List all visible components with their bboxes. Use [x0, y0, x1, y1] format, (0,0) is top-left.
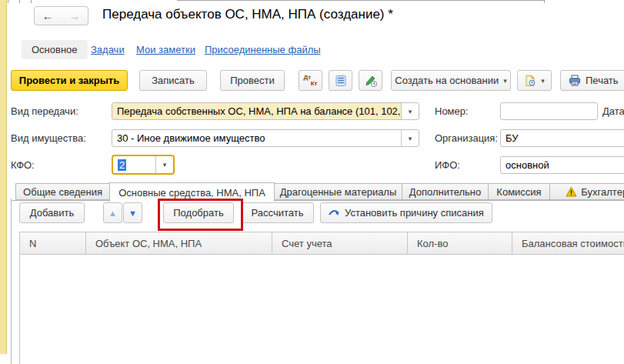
arrow-down-icon: ▼ [128, 209, 137, 218]
tab-label: Дополнительно [409, 186, 482, 198]
property-kind-field[interactable]: 30 - Иное движимое имущество ▾ [112, 129, 419, 147]
print-button[interactable]: Печать [560, 70, 624, 91]
background-artifact [8, 0, 8, 3]
printer-icon [569, 75, 581, 86]
chevron-down-icon: ▾ [503, 77, 507, 85]
print-label: Печать [586, 75, 619, 86]
tab-label: Бухгалтерс [581, 186, 624, 198]
column-header-object[interactable]: Объект ОС, НМА, НПА [86, 232, 272, 254]
move-up-button[interactable]: ▲ [103, 202, 122, 223]
ifo-input[interactable] [500, 156, 624, 174]
tab-precious-materials[interactable]: Драгоценные материалы [274, 183, 402, 200]
debit-credit-button[interactable]: Дт Кт [299, 70, 322, 91]
transfer-kind-field[interactable]: Передача собственных ОС, НМА, НПА на бал… [112, 102, 419, 120]
add-label: Добавить [30, 207, 74, 219]
forward-arrow-icon: → [68, 9, 80, 22]
post-and-close-label: Провести и закрыть [19, 75, 119, 86]
back-arrow-icon: ← [42, 9, 54, 22]
credit-label: Кт [311, 81, 318, 87]
background-artifact [177, 0, 545, 1]
tab-label: Комиссия [496, 186, 541, 198]
background-artifact [19, 0, 20, 3]
column-header-n[interactable]: N [20, 232, 86, 254]
pick-label: Подобрать [173, 207, 223, 219]
curved-arrow-icon [328, 208, 340, 218]
property-kind-dropdown[interactable]: ▾ [401, 130, 419, 146]
number-label: Номер: [435, 105, 469, 117]
ifo-label: ИФО: [435, 159, 460, 171]
transfer-kind-value: Передача собственных ОС, НМА, НПА на бал… [112, 105, 401, 117]
tab-strip-border [11, 200, 624, 201]
warning-icon [566, 186, 577, 197]
tab-main-label: Основное [32, 44, 78, 55]
arrow-up-icon: ▲ [108, 209, 117, 218]
pencil-clock-icon [364, 74, 378, 88]
tab-additional[interactable]: Дополнительно [402, 183, 489, 200]
chevron-down-icon: ▾ [163, 161, 167, 169]
property-kind-value: 30 - Иное движимое имущество [112, 132, 401, 144]
document-clock-icon [524, 75, 536, 87]
add-button[interactable]: Добавить [19, 202, 85, 223]
document-journal-button[interactable]: ▾ [517, 70, 552, 91]
write-label: Записать [152, 75, 195, 86]
column-header-quantity[interactable]: Кол-во [408, 232, 512, 254]
tab-label: Общие сведения [23, 186, 102, 198]
chevron-down-icon: ▾ [541, 77, 545, 85]
date-label: Дата [602, 105, 624, 117]
organization-input[interactable] [500, 129, 624, 147]
create-based-on-label: Создать на основании [395, 75, 499, 86]
debit-label: Дт [304, 75, 312, 81]
tab-accounting-operation[interactable]: Бухгалтерс [549, 183, 624, 200]
background-artifact [31, 0, 32, 3]
kfo-dropdown[interactable]: ▾ [155, 156, 173, 173]
number-input[interactable] [500, 102, 598, 120]
table-body-empty[interactable] [19, 255, 624, 364]
transfer-kind-dropdown[interactable]: ▾ [401, 103, 419, 119]
property-kind-label: Вид имущества: [11, 132, 86, 144]
tab-main[interactable]: Основное [22, 40, 88, 59]
column-header-account[interactable]: Счет учета [272, 232, 408, 254]
tab-fixed-assets[interactable]: Основные средства, НМА, НПА [109, 182, 275, 202]
link-my-notes[interactable]: Мои заметки [136, 44, 195, 55]
page-title: Передача объектов ОС, НМА, НПА (создание… [102, 7, 393, 22]
back-button[interactable]: ← [34, 6, 62, 25]
forward-button[interactable]: → [61, 6, 88, 25]
chevron-down-icon: ▾ [409, 108, 412, 115]
move-down-button[interactable]: ▼ [123, 202, 142, 223]
tab-general-info[interactable]: Общие сведения [15, 183, 110, 200]
link-tasks[interactable]: Задачи [91, 44, 125, 55]
panel-border [11, 199, 12, 364]
calculate-label: Рассчитать [252, 207, 304, 219]
edit-schedule-button[interactable] [359, 70, 382, 91]
link-attached-files[interactable]: Присоединенные файлы [205, 44, 321, 55]
register-list-icon [335, 75, 347, 87]
kfo-field[interactable]: 2 ▾ [112, 155, 175, 175]
background-window-strip [0, 0, 7, 354]
tab-label: Драгоценные материалы [280, 186, 397, 198]
set-writeoff-reason-label: Установить причину списания [345, 207, 484, 219]
post-button[interactable]: Провести [220, 70, 285, 91]
tab-label: Основные средства, НМА, НПА [118, 187, 265, 199]
post-and-close-button[interactable]: Провести и закрыть [11, 70, 128, 91]
transfer-kind-label: Вид передачи: [11, 105, 78, 117]
background-artifact [544, 0, 545, 3]
calculate-button[interactable]: Рассчитать [241, 202, 314, 223]
organization-label: Организация: [435, 132, 498, 144]
debit-credit-icon: Дт Кт [304, 74, 318, 88]
pick-button[interactable]: Подобрать [163, 202, 234, 223]
tab-commission[interactable]: Комиссия [488, 183, 550, 200]
kfo-label: КФО: [11, 159, 35, 171]
register-records-button[interactable] [329, 70, 352, 91]
column-header-book-value[interactable]: Балансовая стоимость [512, 232, 624, 254]
kfo-value: 2 [118, 159, 126, 171]
create-based-on-button[interactable]: Создать на основании ▾ [391, 70, 511, 91]
post-label: Провести [230, 75, 275, 86]
table-header: N Объект ОС, НМА, НПА Счет учета Кол-во … [19, 232, 624, 255]
set-writeoff-reason-button[interactable]: Установить причину списания [320, 202, 492, 223]
write-button[interactable]: Записать [139, 70, 207, 91]
chevron-down-icon: ▾ [409, 135, 412, 142]
